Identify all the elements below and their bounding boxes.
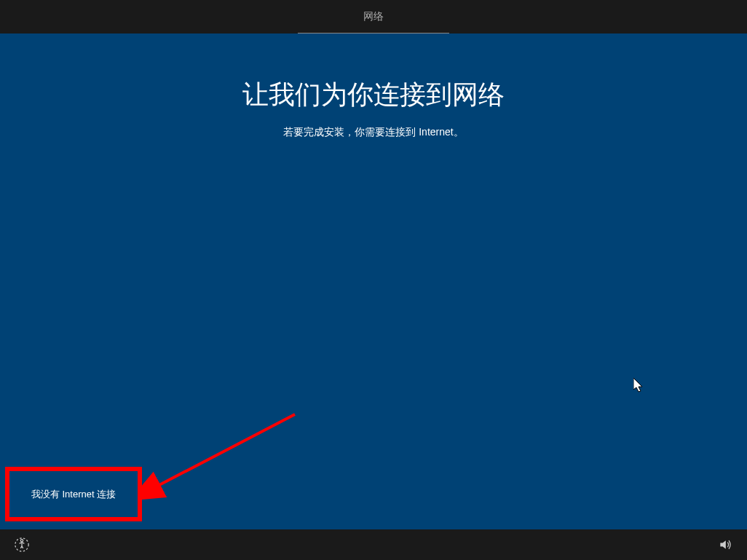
mouse-cursor <box>633 378 645 394</box>
accessibility-icon <box>15 537 29 552</box>
svg-line-1 <box>155 414 295 487</box>
svg-point-2 <box>20 540 23 542</box>
page-subtitle: 若要完成安装，你需要连接到 Internet。 <box>0 126 747 139</box>
page-title: 让我们为你连接到网络 <box>0 77 747 113</box>
tab-underline <box>298 33 449 33</box>
volume-button[interactable] <box>715 535 735 555</box>
tab-label: 网络 <box>363 10 384 22</box>
no-internet-button-label: 我没有 Internet 连接 <box>31 488 116 501</box>
volume-icon <box>718 537 732 552</box>
top-bar: 网络 <box>0 0 747 33</box>
no-internet-button[interactable]: 我没有 Internet 连接 <box>9 470 138 518</box>
tab-network[interactable]: 网络 <box>298 0 449 33</box>
annotation-arrow <box>142 407 302 509</box>
main-content: 让我们为你连接到网络 若要完成安装，你需要连接到 Internet。 <box>0 33 747 139</box>
accessibility-button[interactable] <box>12 535 32 555</box>
bottom-bar <box>0 529 747 560</box>
